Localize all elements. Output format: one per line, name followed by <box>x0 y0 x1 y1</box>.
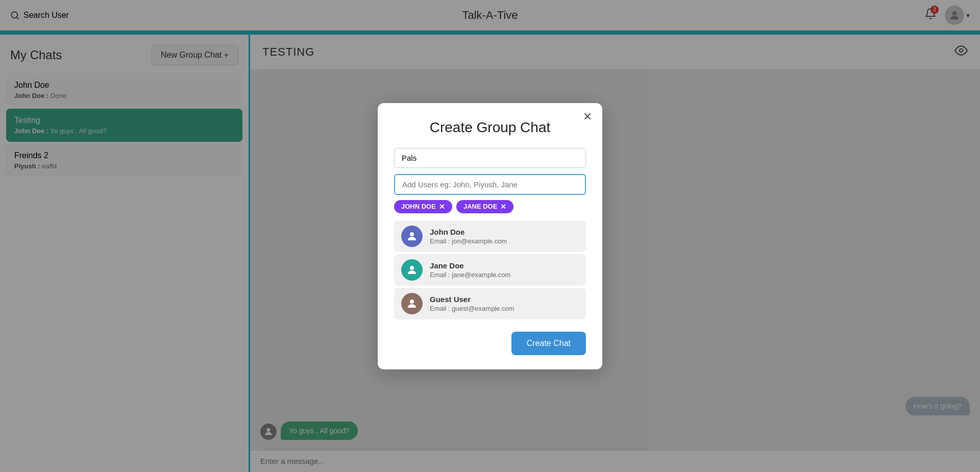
create-group-chat-modal: ✕ Create Group Chat JOHN DOE✕JANE DOE✕ J… <box>378 103 602 369</box>
user-email: Email : guest@example.com <box>430 305 514 312</box>
modal-footer: Create Chat <box>394 332 586 355</box>
user-info: John Doe Email : jon@example.com <box>430 228 507 245</box>
user-avatar <box>401 293 423 314</box>
svg-point-5 <box>410 232 414 236</box>
user-name: Guest User <box>430 295 514 304</box>
create-chat-button[interactable]: Create Chat <box>511 332 586 355</box>
selected-user-tag[interactable]: JANE DOE✕ <box>456 200 513 213</box>
group-name-input[interactable] <box>394 148 586 168</box>
svg-point-6 <box>410 266 414 270</box>
user-info: Jane Doe Email : jane@example.com <box>430 261 510 279</box>
user-name: Jane Doe <box>430 261 510 270</box>
user-email: Email : jon@example.com <box>430 237 507 245</box>
user-avatar <box>401 226 423 247</box>
user-info: Guest User Email : guest@example.com <box>430 295 514 312</box>
selected-users-tags: JOHN DOE✕JANE DOE✕ <box>394 200 586 213</box>
user-search-item[interactable]: Guest User Email : guest@example.com <box>394 288 586 319</box>
tag-label: JANE DOE <box>463 203 497 210</box>
selected-user-tag[interactable]: JOHN DOE✕ <box>394 200 452 213</box>
tag-remove-icon: ✕ <box>439 203 445 211</box>
add-users-input[interactable] <box>394 174 586 195</box>
user-email: Email : jane@example.com <box>430 271 510 279</box>
svg-point-7 <box>410 300 414 304</box>
user-search-list: John Doe Email : jon@example.com Jane Do… <box>394 220 586 319</box>
tag-label: JOHN DOE <box>401 203 436 210</box>
user-avatar <box>401 259 423 281</box>
modal-title: Create Group Chat <box>394 119 586 136</box>
modal-overlay[interactable]: ✕ Create Group Chat JOHN DOE✕JANE DOE✕ J… <box>0 0 980 472</box>
user-name: John Doe <box>430 228 507 236</box>
user-search-item[interactable]: Jane Doe Email : jane@example.com <box>394 254 586 286</box>
user-search-item[interactable]: John Doe Email : jon@example.com <box>394 220 586 252</box>
tag-remove-icon: ✕ <box>500 203 506 211</box>
modal-close-button[interactable]: ✕ <box>583 111 592 122</box>
